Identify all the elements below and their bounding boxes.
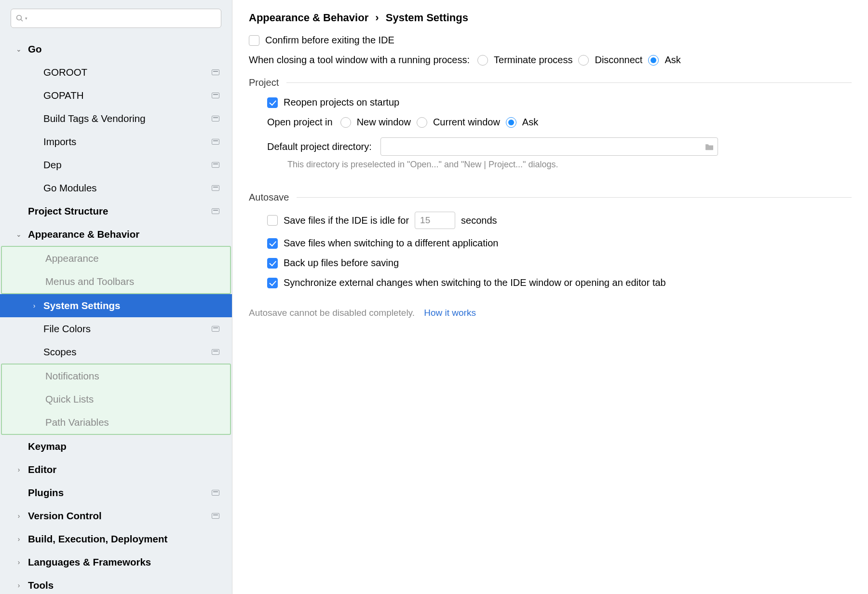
project-level-badge-icon — [212, 513, 219, 519]
breadcrumb: Appearance & Behavior › System Settings — [249, 12, 852, 24]
tree-label: Notifications — [45, 371, 99, 381]
search-icon[interactable]: ▾ — [15, 14, 27, 23]
idle-save-checkbox[interactable] — [267, 215, 278, 226]
chevron-right-icon: › — [14, 466, 23, 473]
tree-label: Tools — [28, 580, 54, 590]
tree-label: Menus and Toolbars — [45, 277, 134, 287]
sidebar: ▾ ⌄ Go GOROOT GOPATH Build Tags & Vendor… — [0, 0, 232, 594]
terminate-radio[interactable] — [477, 55, 488, 66]
project-level-badge-icon — [212, 326, 219, 332]
disconnect-radio[interactable] — [578, 55, 589, 66]
open-project-in-label: Open project in — [267, 117, 333, 128]
section-divider — [286, 82, 852, 83]
tree-label: Appearance — [45, 254, 99, 264]
tree-label: Dep — [43, 160, 62, 170]
tree-label: Go — [28, 44, 41, 54]
tree-node-dep[interactable]: Dep — [0, 153, 232, 176]
tree-node-menus-toolbars[interactable]: Menus and Toolbars — [2, 270, 230, 293]
chevron-right-icon: › — [14, 513, 23, 519]
breadcrumb-separator: › — [375, 12, 379, 24]
switch-app-checkbox[interactable] — [267, 238, 278, 249]
idle-seconds-input[interactable] — [415, 212, 455, 229]
tree-label: Editor — [28, 465, 56, 475]
idle-save-pre: Save files if the IDE is idle for — [284, 215, 409, 226]
tree-node-plugins[interactable]: Plugins — [0, 481, 232, 504]
tree-node-appearance-behavior[interactable]: ⌄ Appearance & Behavior — [0, 223, 232, 246]
switch-app-label: Save files when switching to a different… — [284, 238, 498, 249]
project-level-badge-icon — [212, 69, 219, 75]
tree-node-version-control[interactable]: › Version Control — [0, 504, 232, 527]
project-level-badge-icon — [212, 490, 219, 496]
tree-node-goroot[interactable]: GOROOT — [0, 61, 232, 84]
closing-tool-label: When closing a tool window with a runnin… — [249, 54, 470, 66]
tree-label: Languages & Frameworks — [28, 557, 151, 567]
tree-label: Path Variables — [45, 418, 109, 428]
tree-label: Go Modules — [43, 183, 97, 193]
tree-node-build-exec[interactable]: › Build, Execution, Deployment — [0, 527, 232, 551]
tree-node-editor[interactable]: › Editor — [0, 458, 232, 481]
tree-node-imports[interactable]: Imports — [0, 130, 232, 153]
search-box: ▾ — [11, 9, 221, 28]
tree-label: Appearance & Behavior — [28, 230, 139, 240]
tree-label: GOROOT — [43, 68, 87, 78]
section-title: Autosave — [249, 192, 289, 203]
tree-node-quick-lists[interactable]: Quick Lists — [2, 388, 230, 411]
tree-node-lang-fw[interactable]: › Languages & Frameworks — [0, 551, 232, 574]
confirm-exit-label: Confirm before exiting the IDE — [265, 35, 394, 46]
current-window-radio[interactable] — [417, 117, 427, 128]
project-level-badge-icon — [212, 349, 219, 355]
chevron-down-icon: ⌄ — [14, 46, 23, 53]
project-level-badge-icon — [212, 116, 219, 122]
default-dir-label: Default project directory: — [267, 141, 372, 152]
ask-open-label: Ask — [522, 117, 538, 128]
tree-node-project-structure[interactable]: Project Structure — [0, 200, 232, 223]
tree-label: Build Tags & Vendoring — [43, 114, 146, 124]
tree-node-file-colors[interactable]: File Colors — [0, 317, 232, 340]
search-input[interactable] — [11, 9, 221, 28]
tree-node-go[interactable]: ⌄ Go — [0, 38, 232, 61]
ask-open-radio[interactable] — [506, 117, 516, 128]
tree-node-scopes[interactable]: Scopes — [0, 340, 232, 364]
tree-node-system-settings[interactable]: › System Settings — [0, 294, 232, 317]
new-window-radio[interactable] — [340, 117, 351, 128]
backup-checkbox[interactable] — [267, 258, 278, 269]
folder-icon[interactable] — [705, 143, 714, 150]
tree-node-keymap[interactable]: Keymap — [0, 435, 232, 458]
chevron-right-icon: › — [14, 559, 23, 566]
disconnect-label: Disconnect — [595, 54, 642, 66]
how-it-works-link[interactable]: How it works — [424, 308, 476, 318]
section-title: Project — [249, 77, 279, 88]
confirm-exit-checkbox[interactable] — [249, 35, 259, 46]
tree-node-path-variables[interactable]: Path Variables — [2, 411, 230, 434]
tree-node-build-tags[interactable]: Build Tags & Vendoring — [0, 107, 232, 130]
tree-node-go-modules[interactable]: Go Modules — [0, 176, 232, 200]
new-window-label: New window — [357, 117, 411, 128]
svg-point-0 — [17, 15, 22, 20]
settings-tree: ⌄ Go GOROOT GOPATH Build Tags & Vendorin… — [0, 31, 232, 590]
chevron-right-icon: › — [14, 536, 23, 542]
autosave-note: Autosave cannot be disabled completely. — [249, 308, 415, 318]
tree-label: File Colors — [43, 324, 91, 334]
tree-node-appearance[interactable]: Appearance — [2, 247, 230, 270]
default-dir-input[interactable] — [380, 137, 718, 156]
svg-line-1 — [21, 19, 23, 21]
autosave-footer: Autosave cannot be disabled completely. … — [249, 308, 852, 318]
sync-checkbox[interactable] — [267, 278, 278, 288]
chevron-right-icon: › — [30, 302, 39, 309]
sync-label: Synchronize external changes when switch… — [284, 277, 666, 288]
reopen-checkbox[interactable] — [267, 97, 278, 108]
idle-save-post: seconds — [461, 215, 497, 226]
tree-label: Imports — [43, 137, 76, 147]
tree-node-tools[interactable]: › Tools — [0, 574, 232, 590]
chevron-right-icon: › — [14, 582, 23, 589]
project-level-badge-icon — [212, 93, 219, 98]
tree-node-gopath[interactable]: GOPATH — [0, 84, 232, 107]
highlight-group-1: Appearance Menus and Toolbars — [1, 246, 231, 294]
tree-label: Plugins — [28, 488, 64, 498]
ask-close-radio[interactable] — [648, 55, 659, 66]
autosave-section-header: Autosave — [249, 192, 852, 203]
tree-node-notifications[interactable]: Notifications — [2, 364, 230, 388]
reopen-label: Reopen projects on startup — [284, 97, 399, 108]
tree-label: System Settings — [43, 301, 121, 311]
current-window-label: Current window — [433, 117, 500, 128]
